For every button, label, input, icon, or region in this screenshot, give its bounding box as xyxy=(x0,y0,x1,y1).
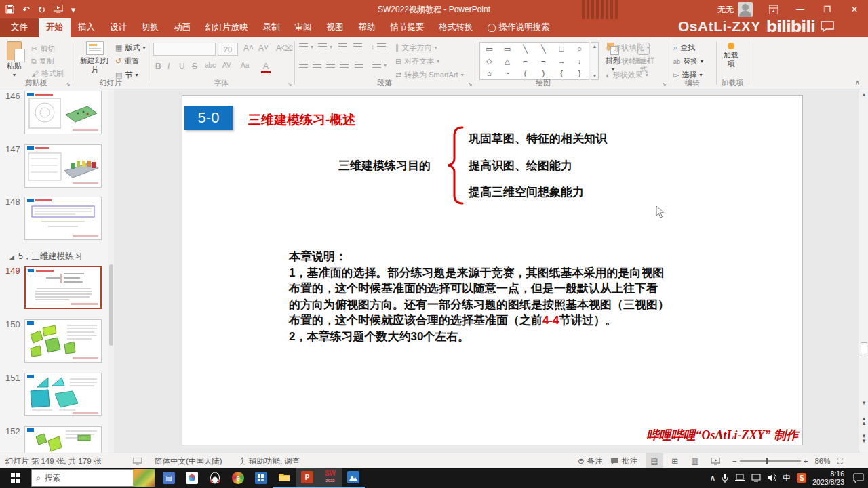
accessibility-status[interactable]: 辅助功能: 调查 xyxy=(239,453,300,468)
columns-icon[interactable] xyxy=(355,62,363,69)
microphone-icon[interactable] xyxy=(722,473,728,483)
tell-me-search[interactable]: 操作说明搜索 xyxy=(481,18,557,37)
bold-button[interactable]: B xyxy=(153,62,163,71)
reset-button[interactable]: ↺重置 xyxy=(115,56,139,66)
shapes-gallery-scroll[interactable]: ▲ ▼ xyxy=(591,42,599,80)
tab-storyboard[interactable]: 情节提要 xyxy=(383,18,432,37)
shrink-font-icon[interactable]: A˅ xyxy=(256,43,271,53)
slide-thumbnail-149-selected[interactable] xyxy=(24,266,102,309)
zoom-in-button[interactable]: + xyxy=(804,457,808,465)
display-settings-icon[interactable] xyxy=(133,453,142,468)
find-button[interactable]: ⌕查找 xyxy=(673,43,695,53)
clear-formatting-icon[interactable]: A⌫ xyxy=(274,43,295,53)
justify-icon[interactable] xyxy=(340,62,349,69)
taskbar-app-netcard[interactable]: ▤ xyxy=(157,468,180,488)
action-center-icon[interactable] xyxy=(853,473,864,483)
layout-button[interactable]: ▦版式▾ xyxy=(115,43,145,53)
taskbar-app-explorer[interactable] xyxy=(273,468,296,488)
dialog-launcher-icon[interactable]: ↘ xyxy=(467,81,473,87)
fit-to-window-icon[interactable]: ⛶ xyxy=(837,457,842,466)
align-options-icon[interactable]: ▾ xyxy=(372,62,387,69)
line-spacing-icon[interactable]: ↕ xyxy=(371,43,386,51)
normal-view-button[interactable]: ▤ xyxy=(646,453,663,468)
align-left-icon[interactable] xyxy=(299,62,308,69)
speaker-icon[interactable] xyxy=(767,474,776,482)
copy-button[interactable]: ⧉复制 xyxy=(31,56,54,66)
grow-font-icon[interactable]: A˄ xyxy=(241,43,256,53)
shape-button[interactable]: □ xyxy=(553,43,571,55)
ime-indicator[interactable]: 中 xyxy=(783,472,791,484)
new-slide-button[interactable]: 新建幻灯片 xyxy=(79,41,111,73)
tab-transitions[interactable]: 切换 xyxy=(134,18,166,37)
section-header[interactable]: ◢ 5，三维建模练习 xyxy=(9,251,82,262)
shape-button[interactable]: ▭ xyxy=(498,43,517,55)
replace-button[interactable]: ab替换▾ xyxy=(673,56,703,66)
align-text-button[interactable]: ⊟对齐文本▾ xyxy=(395,56,439,66)
align-right-icon[interactable] xyxy=(326,62,335,69)
zoom-slider-thumb[interactable] xyxy=(766,458,768,464)
reading-view-button[interactable]: ▥ xyxy=(686,453,704,468)
strikethrough-button[interactable]: S xyxy=(190,62,199,71)
text-shadow-button[interactable]: abc xyxy=(203,62,218,69)
tab-help[interactable]: 帮助 xyxy=(351,18,383,37)
display-icon[interactable] xyxy=(751,474,761,482)
scroll-down-icon[interactable]: ▼ xyxy=(593,73,597,78)
taskbar-app-qq[interactable] xyxy=(203,468,226,488)
collapse-ribbon-icon[interactable]: ∧ xyxy=(855,79,860,86)
font-name-input[interactable] xyxy=(153,43,216,56)
ribbon-display-options-icon[interactable] xyxy=(760,0,787,19)
tab-home[interactable]: 开始 xyxy=(39,18,71,37)
decrease-indent-icon[interactable] xyxy=(338,43,347,51)
italic-button[interactable]: I xyxy=(165,62,172,71)
comments-toggle[interactable]: 批注 xyxy=(610,453,637,468)
shape-button[interactable]: ¬ xyxy=(534,55,553,67)
paste-button[interactable]: 粘贴 ▾ xyxy=(7,41,22,78)
notes-toggle[interactable]: ⊜备注 xyxy=(578,453,603,468)
shape-button[interactable]: ◇ xyxy=(480,55,498,67)
taskbar-clock[interactable]: 8:16 2023/8/23 xyxy=(812,470,844,486)
bullets-icon[interactable]: ▾ xyxy=(299,43,313,51)
slide-thumbnail-146[interactable] xyxy=(24,91,102,134)
taskbar-app-calculator[interactable] xyxy=(250,468,273,488)
slide-thumbnail-147[interactable] xyxy=(24,144,102,188)
shape-fill-button[interactable]: ◇形状填充▾ xyxy=(606,43,649,53)
tray-chevron-up-icon[interactable]: ∧ xyxy=(709,473,715,483)
taskbar-app-pinwheel[interactable] xyxy=(180,468,203,488)
laptop-icon[interactable] xyxy=(734,474,745,482)
zoom-percent[interactable]: 86% xyxy=(814,457,830,465)
shape-effects-button[interactable]: ◐形状效果▾ xyxy=(606,70,648,80)
tab-record[interactable]: 录制 xyxy=(256,18,288,37)
search-doodle-image[interactable] xyxy=(133,469,155,487)
cut-button[interactable]: ✂剪切 xyxy=(31,44,55,54)
shape-button[interactable]: ╲ xyxy=(534,43,553,55)
previous-slide-button[interactable]: ▲▲ xyxy=(859,416,868,426)
vertical-scrollbar[interactable]: ▲ ▼ ▲▲ ▼▼ xyxy=(859,89,868,453)
underline-button[interactable]: U xyxy=(177,62,187,71)
align-center-icon[interactable] xyxy=(313,62,321,69)
shape-button[interactable]: △ xyxy=(498,55,517,67)
close-button[interactable]: ✕ xyxy=(841,0,868,19)
language-indicator[interactable]: 简体中文(中国大陆) xyxy=(155,453,222,468)
taskbar-app-solidworks[interactable]: SW2022 xyxy=(319,468,342,488)
font-size-input[interactable]: 20 xyxy=(218,43,238,56)
shape-button[interactable]: ▭ xyxy=(480,43,498,55)
char-spacing-button[interactable]: AV xyxy=(220,62,233,69)
minimize-button[interactable]: — xyxy=(787,0,814,19)
taskbar-app-browser[interactable]: e xyxy=(226,468,250,488)
font-color-button[interactable]: A xyxy=(261,62,271,73)
tray-app-s-icon[interactable]: S xyxy=(797,473,806,483)
tab-animations[interactable]: 动画 xyxy=(166,18,198,37)
tab-format-convert[interactable]: 格式转换 xyxy=(432,18,481,37)
shape-button[interactable]: ╲ xyxy=(516,43,534,55)
taskbar-app-powerpoint[interactable]: P xyxy=(296,468,319,488)
scroll-up-icon[interactable]: ▲ xyxy=(593,44,597,49)
tab-file[interactable]: 文件 xyxy=(0,18,39,37)
panel-scrollbar[interactable] xyxy=(108,89,114,453)
shape-button[interactable]: ↓ xyxy=(570,55,589,67)
format-painter-button[interactable]: 🖌格式刷 xyxy=(31,68,64,79)
slideshow-view-button[interactable] xyxy=(707,453,724,468)
addins-button[interactable]: 加载项 xyxy=(722,43,740,68)
zoom-out-button[interactable]: − xyxy=(732,457,737,465)
tab-view[interactable]: 视图 xyxy=(319,18,351,37)
increase-indent-icon[interactable] xyxy=(353,43,362,51)
